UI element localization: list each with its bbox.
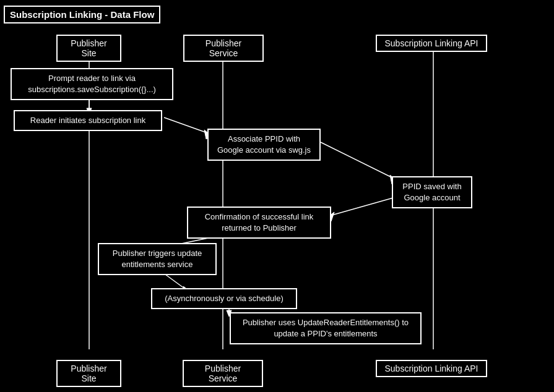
pub-site-bot-label: Publisher Site <box>56 360 121 387</box>
diagram-title: Subscription Linking - Data Flow <box>4 6 160 23</box>
sub-api-top-label: Subscription Linking API <box>376 35 487 52</box>
async-box: (Asynchronously or via schedule) <box>151 288 297 309</box>
confirmation-box: Confirmation of successful link returned… <box>187 207 331 239</box>
pub-site-top-label: Publisher Site <box>56 35 121 62</box>
svg-line-9 <box>332 198 393 215</box>
pub-service-top-label: Publisher Service <box>183 35 264 62</box>
associate-ppid-box: Associate PPID with Google account via s… <box>207 129 321 161</box>
pub-service-bot-label: Publisher Service <box>183 360 263 387</box>
pub-triggers-box: Publisher triggers update entitlements s… <box>98 243 217 275</box>
prompt-box: Prompt reader to link via subscriptions.… <box>11 68 173 100</box>
svg-line-5 <box>164 117 207 133</box>
ppid-saved-box: PPID saved with Google account <box>392 176 472 208</box>
sub-api-bot-label: Subscription Linking API <box>376 360 487 377</box>
svg-line-7 <box>321 142 393 178</box>
reader-initiates-box: Reader initiates subscription link <box>14 110 162 131</box>
update-ppid-box: Publisher uses UpdateReaderEntitlements(… <box>230 312 422 344</box>
